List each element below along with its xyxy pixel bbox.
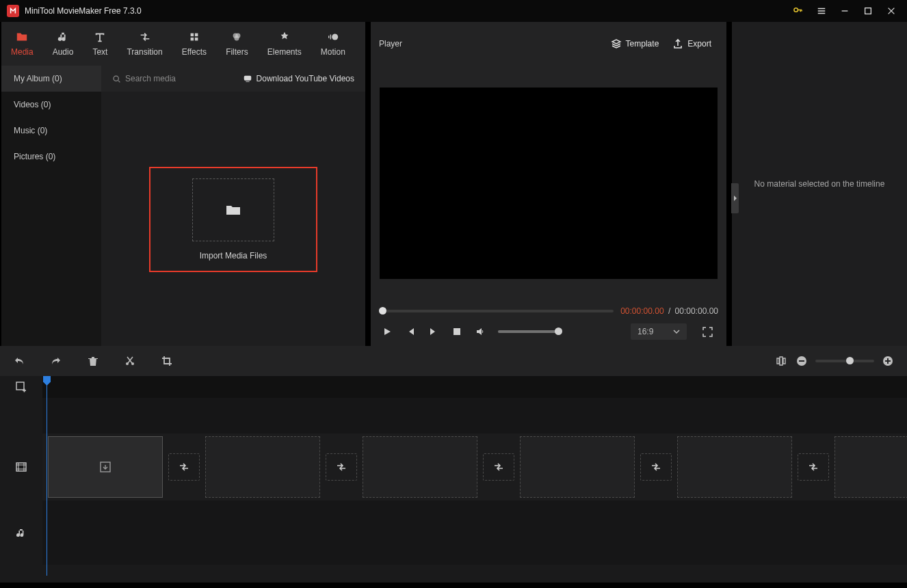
title-bar: MiniTool MovieMaker Free 7.3.0 <box>0 0 907 22</box>
stop-button[interactable] <box>451 326 462 337</box>
svg-point-11 <box>114 76 118 81</box>
download-youtube-button[interactable]: Download YouTube Videos <box>243 74 354 83</box>
tab-label: Filters <box>226 47 248 57</box>
player-title: Player <box>379 39 402 49</box>
crop-button[interactable] <box>160 354 174 368</box>
search-input[interactable]: Search media <box>112 74 243 83</box>
music-note-icon <box>57 31 69 43</box>
tab-text[interactable]: Text <box>83 22 117 66</box>
volume-slider[interactable] <box>498 330 562 333</box>
auto-fit-button[interactable] <box>774 354 788 368</box>
track-header-overlay[interactable] <box>0 398 42 433</box>
preview-screen <box>380 88 718 279</box>
time-separator: / <box>666 306 672 316</box>
export-button[interactable]: Export <box>666 34 718 53</box>
tab-transition[interactable]: Transition <box>117 22 172 66</box>
chevron-down-icon <box>673 328 680 335</box>
zoom-slider[interactable] <box>815 360 874 362</box>
download-label: Download YouTube Videos <box>257 74 354 83</box>
clip-placeholder[interactable] <box>363 436 477 498</box>
undo-button[interactable] <box>12 354 26 368</box>
transition-slot[interactable] <box>326 453 357 481</box>
transition-slot[interactable] <box>798 453 829 481</box>
prev-frame-button[interactable] <box>405 326 416 337</box>
download-icon <box>243 74 252 83</box>
clip-placeholder[interactable] <box>48 436 163 498</box>
tab-effects[interactable]: Effects <box>172 22 216 66</box>
tab-motion[interactable]: Motion <box>311 22 355 66</box>
effects-icon <box>188 31 200 43</box>
tab-label: Media <box>11 47 34 57</box>
time-duration: 00:00:00.00 <box>675 306 718 316</box>
text-icon <box>94 31 106 43</box>
split-button[interactable] <box>123 354 137 368</box>
import-media-button[interactable]: Import Media Files <box>149 167 317 272</box>
redo-button[interactable] <box>49 354 63 368</box>
seek-slider[interactable] <box>379 310 614 312</box>
track-header-video[interactable] <box>0 433 42 500</box>
media-browser: Search media Download YouTube Videos Imp… <box>101 66 365 346</box>
transition-icon <box>650 462 661 472</box>
panel-collapse-handle[interactable] <box>731 183 739 213</box>
properties-panel: No material selected on the timeline <box>732 22 907 346</box>
next-frame-button[interactable] <box>428 326 439 337</box>
sidebar-item-pictures[interactable]: Pictures (0) <box>1 144 101 170</box>
main-tab-bar: Media Audio Text Transition Effects Filt… <box>1 22 365 66</box>
volume-button[interactable] <box>475 326 486 337</box>
svg-rect-22 <box>16 463 26 471</box>
time-current: 00:00:00.00 <box>620 306 663 316</box>
folder-icon <box>16 31 28 43</box>
overlay-track[interactable] <box>42 398 907 433</box>
media-category-sidebar: My Album (0) Videos (0) Music (0) Pictur… <box>1 66 101 346</box>
search-placeholder: Search media <box>125 74 176 83</box>
search-icon <box>112 75 121 83</box>
video-track[interactable] <box>42 433 907 500</box>
tab-filters[interactable]: Filters <box>216 22 258 66</box>
tab-audio[interactable]: Audio <box>43 22 83 66</box>
delete-button[interactable] <box>86 354 100 368</box>
play-button[interactable] <box>382 326 393 337</box>
svg-rect-21 <box>16 382 24 390</box>
audio-track[interactable] <box>42 500 907 565</box>
transition-slot[interactable] <box>640 453 672 481</box>
motion-icon <box>327 31 339 43</box>
clip-placeholder[interactable] <box>677 436 792 498</box>
fullscreen-button[interactable] <box>699 323 715 340</box>
track-header-audio[interactable] <box>0 500 42 565</box>
clip-placeholder[interactable] <box>205 436 320 498</box>
transition-slot[interactable] <box>483 453 514 481</box>
tab-label: Audio <box>53 47 74 57</box>
sidebar-item-videos[interactable]: Videos (0) <box>1 92 101 118</box>
import-dropzone <box>192 178 274 241</box>
tab-media[interactable]: Media <box>1 22 43 66</box>
maximize-button[interactable] <box>856 1 880 21</box>
import-clip-icon <box>99 461 111 473</box>
upgrade-key-icon[interactable] <box>786 1 810 21</box>
svg-rect-12 <box>244 76 251 81</box>
template-button[interactable]: Template <box>604 34 666 53</box>
timeline-panel <box>0 346 907 583</box>
transition-slot[interactable] <box>168 453 200 481</box>
tab-elements[interactable]: Elements <box>258 22 311 66</box>
clip-placeholder[interactable] <box>520 436 635 498</box>
menu-button[interactable] <box>810 1 833 21</box>
svg-rect-6 <box>195 38 198 41</box>
transition-icon <box>179 462 189 472</box>
minimize-button[interactable] <box>833 1 856 21</box>
aspect-ratio-select[interactable]: 16:9 <box>631 323 687 340</box>
clip-placeholder[interactable] <box>834 436 907 498</box>
audio-track-icon <box>16 527 27 538</box>
transition-icon <box>139 31 151 43</box>
sidebar-item-music[interactable]: Music (0) <box>1 118 101 144</box>
svg-rect-13 <box>454 328 460 335</box>
preview-area <box>376 71 721 295</box>
sidebar-item-my-album[interactable]: My Album (0) <box>1 66 101 92</box>
close-button[interactable] <box>880 1 903 21</box>
button-label: Export <box>687 39 711 49</box>
zoom-out-button[interactable] <box>795 354 809 368</box>
zoom-in-button[interactable] <box>881 354 895 368</box>
playhead[interactable] <box>47 376 47 576</box>
timeline-ruler[interactable] <box>42 376 907 398</box>
add-track-button[interactable] <box>0 376 42 398</box>
svg-point-10 <box>332 34 338 40</box>
